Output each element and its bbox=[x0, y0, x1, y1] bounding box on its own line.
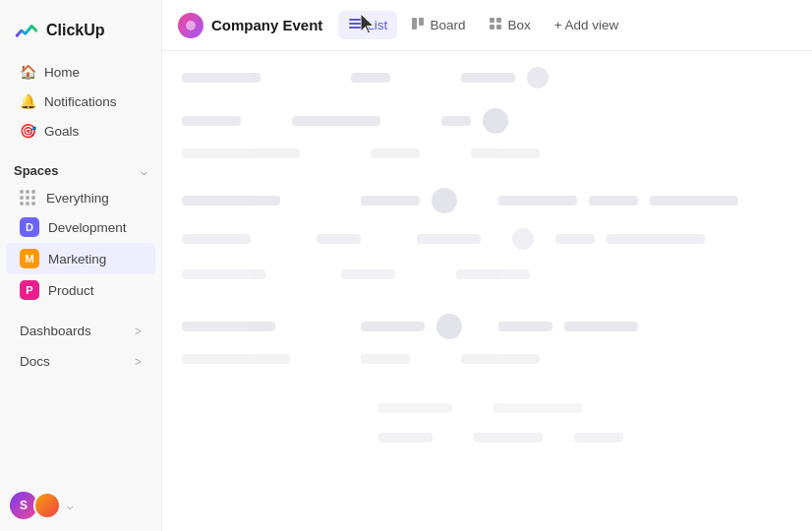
development-label: Development bbox=[48, 220, 127, 235]
svg-rect-8 bbox=[490, 25, 494, 30]
docs-chevron-icon: > bbox=[135, 355, 142, 369]
docs-label: Docs bbox=[20, 354, 50, 369]
content-row-1 bbox=[182, 67, 792, 88]
target-icon: 🎯 bbox=[20, 123, 35, 139]
sidebar-item-marketing[interactable]: M Marketing bbox=[6, 243, 155, 274]
spaces-label: Spaces bbox=[14, 163, 59, 178]
project-title-group[interactable]: Company Event bbox=[178, 13, 322, 38]
avatar-chevron-icon[interactable]: ⌵ bbox=[67, 500, 74, 512]
sidebar: ClickUp 🏠 Home 🔔 Notifications 🎯 Goals S… bbox=[0, 0, 162, 531]
everything-dots-icon bbox=[20, 190, 35, 206]
user-avatar-secondary[interactable] bbox=[33, 492, 61, 519]
sidebar-item-development[interactable]: D Development bbox=[6, 211, 155, 243]
nav-goals[interactable]: 🎯 Goals bbox=[6, 116, 155, 146]
content-row-6 bbox=[182, 269, 792, 279]
app-name: ClickUp bbox=[46, 22, 105, 39]
everything-label: Everything bbox=[46, 191, 109, 206]
content-inner bbox=[162, 51, 812, 531]
dashboards-left: Dashboards bbox=[20, 324, 91, 338]
nav-notifications-label: Notifications bbox=[44, 94, 117, 109]
add-view-button[interactable]: + Add view bbox=[545, 12, 629, 38]
project-name: Company Event bbox=[211, 17, 322, 33]
development-badge: D bbox=[20, 217, 39, 237]
svg-rect-1 bbox=[349, 19, 361, 21]
content-row-4 bbox=[182, 188, 792, 213]
nav-notifications[interactable]: 🔔 Notifications bbox=[6, 87, 155, 116]
board-icon bbox=[411, 17, 425, 33]
content-row-7 bbox=[182, 314, 792, 339]
bell-icon: 🔔 bbox=[20, 93, 35, 109]
chevron-down-icon[interactable]: ⌵ bbox=[141, 164, 147, 178]
product-label: Product bbox=[48, 283, 94, 298]
product-badge: P bbox=[20, 280, 39, 300]
svg-rect-7 bbox=[496, 18, 501, 23]
avatar-initial: S bbox=[20, 499, 28, 512]
svg-rect-3 bbox=[349, 27, 361, 29]
view-list-label: List bbox=[367, 18, 387, 32]
view-tab-list[interactable]: List bbox=[338, 11, 397, 39]
view-board-label: Board bbox=[430, 18, 465, 32]
view-tab-box[interactable]: Box bbox=[479, 11, 540, 39]
user-avatars-area[interactable]: S ⌵ bbox=[0, 492, 161, 519]
docs-left: Docs bbox=[20, 354, 50, 369]
content-row-10 bbox=[182, 433, 792, 442]
sidebar-item-product[interactable]: P Product bbox=[6, 274, 155, 306]
clickup-logo-icon bbox=[14, 18, 39, 43]
svg-rect-5 bbox=[419, 18, 424, 26]
content-row-9 bbox=[182, 403, 792, 413]
main-content-area: Company Event List Board bbox=[162, 0, 812, 531]
content-row-3 bbox=[182, 148, 792, 158]
content-area bbox=[162, 51, 812, 531]
svg-rect-4 bbox=[412, 18, 417, 30]
topbar: Company Event List Board bbox=[162, 0, 812, 51]
content-row-5 bbox=[182, 228, 792, 250]
view-tab-board[interactable]: Board bbox=[401, 11, 475, 39]
sidebar-item-docs[interactable]: Docs > bbox=[6, 346, 155, 377]
marketing-label: Marketing bbox=[48, 252, 106, 266]
content-row-2 bbox=[182, 108, 792, 134]
project-icon bbox=[178, 13, 203, 38]
svg-rect-6 bbox=[490, 18, 494, 23]
nav-goals-label: Goals bbox=[44, 124, 79, 139]
add-view-label: + Add view bbox=[554, 18, 619, 32]
svg-point-0 bbox=[186, 21, 196, 30]
view-box-label: Box bbox=[507, 18, 530, 32]
project-inner-icon bbox=[184, 19, 198, 32]
sidebar-item-dashboards[interactable]: Dashboards > bbox=[6, 316, 155, 346]
list-icon bbox=[348, 17, 362, 33]
svg-rect-2 bbox=[349, 23, 361, 25]
box-svg-icon bbox=[489, 17, 502, 30]
spaces-section-header: Spaces ⌵ bbox=[0, 151, 161, 184]
dashboards-label: Dashboards bbox=[20, 324, 91, 338]
content-row-8 bbox=[182, 354, 792, 364]
board-svg-icon bbox=[411, 17, 425, 30]
marketing-badge: M bbox=[20, 249, 39, 268]
nav-home[interactable]: 🏠 Home bbox=[6, 57, 155, 87]
home-icon: 🏠 bbox=[20, 64, 35, 80]
nav-home-label: Home bbox=[44, 65, 80, 80]
list-svg-icon bbox=[348, 17, 362, 30]
sidebar-item-everything[interactable]: Everything bbox=[6, 184, 155, 211]
dashboards-chevron-icon: > bbox=[135, 324, 142, 338]
logo[interactable]: ClickUp bbox=[0, 12, 161, 57]
svg-rect-9 bbox=[496, 25, 501, 30]
box-icon bbox=[489, 17, 502, 33]
